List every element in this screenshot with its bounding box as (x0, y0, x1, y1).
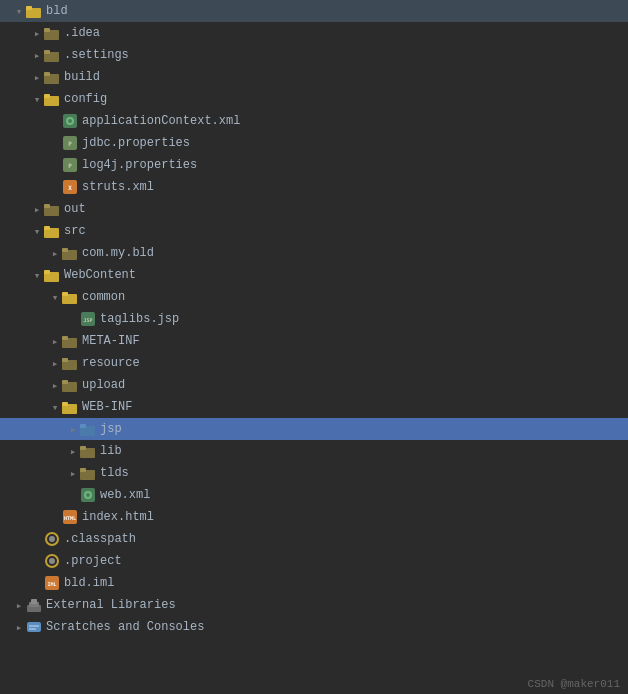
arrow-placeholder (48, 158, 62, 172)
expand-arrow[interactable] (30, 26, 44, 40)
folder-icon (44, 47, 60, 63)
svg-rect-42 (80, 446, 86, 450)
item-label: bld.iml (64, 576, 114, 590)
tree-item-META-INF[interactable]: META-INF (0, 330, 628, 352)
tree-item-settings[interactable]: .settings (0, 44, 628, 66)
svg-rect-34 (62, 358, 68, 362)
tree-item-config[interactable]: config (0, 88, 628, 110)
expand-arrow[interactable] (30, 202, 44, 216)
ext-lib-icon (26, 597, 42, 613)
expand-arrow[interactable] (12, 4, 26, 18)
tree-item-lib[interactable]: lib (0, 440, 628, 462)
tree-item-struts[interactable]: X struts.xml (0, 176, 628, 198)
tree-item-project[interactable]: .project (0, 550, 628, 572)
item-label: .idea (64, 26, 100, 40)
tree-item-taglibs[interactable]: JSP taglibs.jsp (0, 308, 628, 330)
expand-arrow[interactable] (48, 334, 62, 348)
folder-yellow-icon (44, 267, 60, 283)
tree-item-bld[interactable]: bld (0, 0, 628, 22)
html-icon: HTML (62, 509, 78, 525)
folder-yellow-icon (26, 3, 42, 19)
tree-item-bld-iml[interactable]: IML bld.iml (0, 572, 628, 594)
svg-rect-28 (62, 292, 68, 296)
svg-rect-1 (26, 6, 32, 10)
svg-rect-58 (31, 599, 37, 604)
item-label: web.xml (100, 488, 150, 502)
expand-arrow[interactable] (48, 356, 62, 370)
tree-item-WEB-INF[interactable]: WEB-INF (0, 396, 628, 418)
tree-item-applicationContext[interactable]: applicationContext.xml (0, 110, 628, 132)
svg-rect-22 (44, 226, 50, 230)
tree-item-upload[interactable]: upload (0, 374, 628, 396)
expand-arrow[interactable] (48, 246, 62, 260)
folder-icon (62, 377, 78, 393)
expand-arrow[interactable] (30, 48, 44, 62)
folder-yellow-icon (44, 223, 60, 239)
tree-item-src[interactable]: src (0, 220, 628, 242)
svg-point-51 (49, 536, 55, 542)
expand-arrow[interactable] (30, 268, 44, 282)
tree-item-web-xml[interactable]: web.xml (0, 484, 628, 506)
folder-yellow-icon (62, 399, 78, 415)
item-label: lib (100, 444, 122, 458)
tree-item-index-html[interactable]: HTML index.html (0, 506, 628, 528)
svg-rect-5 (44, 50, 50, 54)
item-label: WebContent (64, 268, 136, 282)
tree-item-common[interactable]: common (0, 286, 628, 308)
tree-item-jdbc[interactable]: P jdbc.properties (0, 132, 628, 154)
item-label: jsp (100, 422, 122, 436)
tree-item-WebContent[interactable]: WebContent (0, 264, 628, 286)
item-label: out (64, 202, 86, 216)
expand-arrow[interactable] (30, 70, 44, 84)
svg-text:HTML: HTML (64, 515, 76, 521)
folder-icon (62, 245, 78, 261)
item-label: struts.xml (82, 180, 154, 194)
folder-icon (80, 465, 96, 481)
item-label: .project (64, 554, 122, 568)
tree-item-scratches[interactable]: Scratches and Consoles (0, 616, 628, 638)
expand-arrow[interactable] (12, 598, 26, 612)
svg-rect-7 (44, 72, 50, 76)
expand-arrow[interactable] (66, 422, 80, 436)
item-label: applicationContext.xml (82, 114, 240, 128)
arrow-placeholder (48, 114, 62, 128)
tree-item-resource[interactable]: resource (0, 352, 628, 374)
tree-item-out[interactable]: out (0, 198, 628, 220)
expand-arrow[interactable] (30, 92, 44, 106)
expand-arrow[interactable] (30, 224, 44, 238)
svg-text:X: X (68, 184, 72, 191)
item-label: tlds (100, 466, 129, 480)
arrow-placeholder (30, 576, 44, 590)
svg-text:P: P (68, 162, 72, 169)
scratches-icon (26, 619, 42, 635)
svg-rect-32 (62, 336, 68, 340)
expand-arrow[interactable] (12, 620, 26, 634)
expand-arrow[interactable] (48, 378, 62, 392)
expand-arrow[interactable] (66, 466, 80, 480)
project-panel[interactable]: bld .idea .settings build config applica… (0, 0, 628, 694)
expand-arrow[interactable] (48, 400, 62, 414)
item-label: Scratches and Consoles (46, 620, 204, 634)
tree-item-idea[interactable]: .idea (0, 22, 628, 44)
expand-arrow[interactable] (66, 444, 80, 458)
tree-item-classpath[interactable]: .classpath (0, 528, 628, 550)
svg-rect-24 (62, 248, 68, 252)
tree-item-jsp[interactable]: jsp (0, 418, 628, 440)
item-label: taglibs.jsp (100, 312, 179, 326)
web-xml-icon (80, 487, 96, 503)
tree-item-log4j[interactable]: P log4j.properties (0, 154, 628, 176)
tree-item-external-libs[interactable]: External Libraries (0, 594, 628, 616)
svg-text:JSP: JSP (83, 317, 92, 323)
expand-arrow[interactable] (48, 290, 62, 304)
tree-item-build[interactable]: build (0, 66, 628, 88)
item-label: WEB-INF (82, 400, 132, 414)
tree-item-tlds[interactable]: tlds (0, 462, 628, 484)
item-label: jdbc.properties (82, 136, 190, 150)
tree-item-com-my-bld[interactable]: com.my.bld (0, 242, 628, 264)
arrow-placeholder (66, 312, 80, 326)
folder-yellow-icon (44, 91, 60, 107)
spring-xml-icon (62, 113, 78, 129)
props-icon: P (62, 135, 78, 151)
arrow-placeholder (48, 136, 62, 150)
jsp-icon: JSP (80, 311, 96, 327)
